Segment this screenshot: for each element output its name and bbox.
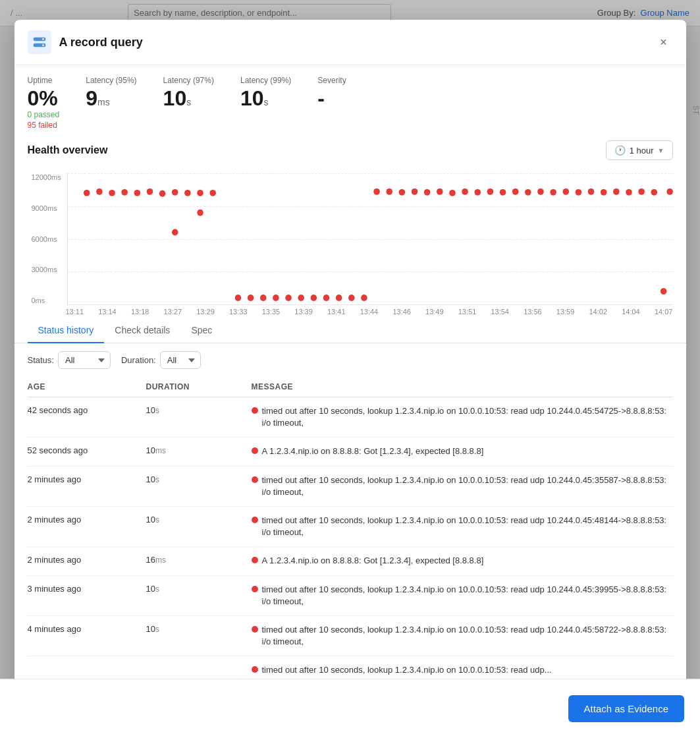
- latency-97-value: 10s: [163, 88, 214, 109]
- age-cell: 52 seconds ago: [28, 445, 146, 455]
- error-dot: [252, 557, 258, 563]
- duration-cell: 10s: [146, 474, 252, 484]
- message-cell: timed out after 10 seconds, lookup 1.2.3…: [252, 405, 673, 429]
- stat-severity: Severity -: [317, 76, 346, 130]
- health-chart: 12000ms 9000ms 6000ms 3000ms 0ms: [67, 173, 673, 305]
- error-dot: [252, 476, 258, 483]
- uptime-value: 0%: [28, 88, 60, 109]
- message-cell: timed out after 10 seconds, lookup 1.2.3…: [252, 584, 673, 608]
- modal-header: A record query ×: [14, 20, 686, 65]
- age-cell: 2 minutes ago: [28, 555, 146, 565]
- error-dot: [252, 586, 258, 592]
- stat-latency-97: Latency (97%) 10s: [163, 76, 214, 130]
- age-cell: 2 minutes ago: [28, 515, 146, 525]
- table-row: 2 minutes ago 10s timed out after 10 sec…: [28, 467, 673, 507]
- duration-cell: 10ms: [146, 445, 252, 455]
- tabs: Status history Check details Spec: [28, 318, 673, 343]
- table-row: 3 minutes ago 10s timed out after 10 sec…: [28, 576, 673, 616]
- duration-cell: 10s: [146, 624, 252, 634]
- health-header: Health overview 🕐 1 hour ▼: [28, 140, 673, 160]
- close-button[interactable]: ×: [655, 33, 673, 51]
- bottom-bar: Attach as Evidence: [0, 679, 700, 738]
- age-cell: 4 minutes ago: [28, 624, 146, 634]
- chart-y-labels: 12000ms 9000ms 6000ms 3000ms 0ms: [32, 173, 61, 304]
- tab-spec[interactable]: Spec: [180, 318, 223, 343]
- filters-row: Status: All Passed Failed Duration: All …: [14, 343, 686, 377]
- time-select-button[interactable]: 🕐 1 hour ▼: [606, 140, 673, 160]
- stat-uptime: Uptime 0% 0 passed 95 failed: [28, 76, 60, 130]
- table-row: 52 seconds ago 10ms A 1.2.3.4.nip.io on …: [28, 438, 673, 466]
- error-dot: [252, 626, 258, 633]
- col-message: MESSAGE: [252, 382, 673, 391]
- chart-x-labels: 13:11 13:14 13:18 13:27 13:29 13:33 13:3…: [66, 305, 673, 318]
- duration-filter-select[interactable]: All < 1s 1-5s > 5s: [160, 351, 201, 369]
- latency-95-value: 9ms: [86, 88, 136, 109]
- status-filter-select[interactable]: All Passed Failed: [58, 351, 111, 369]
- message-cell: timed out after 10 seconds, lookup 1.2.3…: [252, 515, 673, 538]
- message-cell: A 1.2.3.4.nip.io on 8.8.8.8: Got [1.2.3.…: [252, 555, 673, 567]
- chart-gridlines: [68, 173, 673, 304]
- table-body: 42 seconds ago 10s timed out after 10 se…: [28, 397, 673, 684]
- duration-cell: 10s: [146, 515, 252, 525]
- status-filter-group: Status: All Passed Failed: [28, 351, 111, 369]
- error-dot: [252, 517, 258, 523]
- duration-cell: 10s: [146, 584, 252, 594]
- status-filter-label: Status:: [28, 355, 54, 365]
- col-duration: DURATION: [146, 382, 252, 391]
- modal-title: A record query: [59, 36, 655, 49]
- table-section: AGE DURATION MESSAGE 42 seconds ago 10s …: [14, 377, 686, 718]
- table-row: 2 minutes ago 10s timed out after 10 sec…: [28, 507, 673, 547]
- duration-cell: 16ms: [146, 555, 252, 565]
- severity-value: -: [317, 88, 346, 109]
- duration-filter-label: Duration:: [121, 355, 156, 365]
- chart-container: 12000ms 9000ms 6000ms 3000ms 0ms: [14, 173, 686, 318]
- table-row: 4 minutes ago 10s timed out after 10 sec…: [28, 616, 673, 656]
- table-header: AGE DURATION MESSAGE: [28, 377, 673, 397]
- dns-icon: [28, 30, 51, 54]
- modal-container: A record query × Uptime 0% 0 passed 95 f…: [14, 20, 686, 718]
- age-cell: 42 seconds ago: [28, 405, 146, 415]
- col-age: AGE: [28, 382, 146, 391]
- attach-evidence-button[interactable]: Attach as Evidence: [568, 695, 684, 722]
- passed-count: 0 passed: [28, 110, 60, 119]
- failed-count: 95 failed: [28, 121, 60, 130]
- age-cell: 2 minutes ago: [28, 474, 146, 484]
- health-section: Health overview 🕐 1 hour ▼: [14, 140, 686, 173]
- table-row: 42 seconds ago 10s timed out after 10 se…: [28, 397, 673, 438]
- tabs-section: Status history Check details Spec: [14, 318, 686, 343]
- stat-latency-95: Latency (95%) 9ms: [86, 76, 136, 130]
- svg-point-2: [42, 38, 44, 40]
- message-cell: timed out after 10 seconds, lookup 1.2.3…: [252, 624, 673, 648]
- error-dot: [252, 666, 258, 673]
- message-cell: timed out after 10 seconds, lookup 1.2.3…: [252, 474, 673, 498]
- error-dot: [252, 447, 258, 454]
- health-title: Health overview: [28, 144, 108, 156]
- error-dot: [252, 407, 258, 414]
- age-cell: 3 minutes ago: [28, 584, 146, 594]
- svg-point-3: [42, 44, 44, 46]
- table-row: 2 minutes ago 16ms A 1.2.3.4.nip.io on 8…: [28, 547, 673, 575]
- time-select-value: 1 hour: [630, 146, 654, 156]
- duration-filter-group: Duration: All < 1s 1-5s > 5s: [121, 351, 201, 369]
- stats-row: Uptime 0% 0 passed 95 failed Latency (95…: [14, 65, 686, 140]
- tab-check-details[interactable]: Check details: [104, 318, 180, 343]
- stat-latency-99: Latency (99%) 10s: [240, 76, 291, 130]
- modal-overlay: A record query × Uptime 0% 0 passed 95 f…: [0, 0, 700, 738]
- latency-99-value: 10s: [240, 88, 291, 109]
- duration-cell: 10s: [146, 405, 252, 415]
- tab-status-history[interactable]: Status history: [28, 318, 105, 343]
- message-cell: timed out after 10 seconds, lookup 1.2.3…: [252, 664, 673, 676]
- message-cell: A 1.2.3.4.nip.io on 8.8.8.8: Got [1.2.3.…: [252, 445, 673, 457]
